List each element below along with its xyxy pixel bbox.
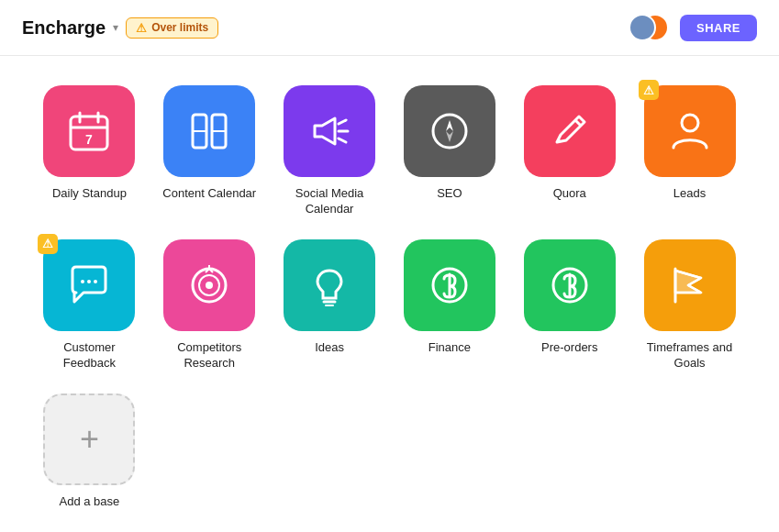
base-label-social-media-calendar: Social Media Calendar [277, 186, 383, 217]
base-label-leads: Leads [673, 186, 706, 202]
svg-point-18 [87, 280, 91, 283]
base-item-pre-orders[interactable]: Pre-orders [517, 239, 622, 371]
avatar-1 [629, 14, 656, 41]
base-icon-finance [404, 239, 495, 331]
base-label-seo: SEO [437, 186, 462, 202]
base-item-ideas[interactable]: Ideas [277, 239, 383, 371]
over-limits-label: Over limits [151, 21, 208, 34]
base-item-competitors-research[interactable]: Competitors Research [157, 239, 262, 371]
base-item-social-media-calendar[interactable]: Social Media Calendar [277, 85, 383, 217]
base-item-quora[interactable]: Quora [517, 85, 622, 217]
base-icon-quora [524, 85, 616, 177]
header-left: Encharge ▾ ⚠ Over limits [22, 17, 218, 39]
svg-text:7: 7 [86, 132, 94, 147]
add-base-item[interactable]: + Add a base [37, 393, 142, 510]
base-item-daily-standup[interactable]: 7 Daily Standup [37, 85, 142, 217]
svg-point-22 [206, 282, 213, 289]
base-label-timeframes-and-goals: Timeframes and Goals [637, 340, 742, 371]
dropdown-icon[interactable]: ▾ [113, 21, 118, 34]
base-item-timeframes-and-goals[interactable]: Timeframes and Goals [637, 239, 742, 371]
avatar-group [629, 13, 669, 42]
base-item-customer-feedback[interactable]: ⚠ Customer Feedback [37, 239, 142, 371]
svg-marker-13 [446, 120, 453, 131]
base-item-finance[interactable]: Finance [397, 239, 503, 371]
base-icon-customer-feedback: ⚠ [43, 239, 135, 331]
app-title: Encharge [22, 17, 106, 39]
alert-badge-leads: ⚠ [639, 80, 659, 100]
base-label-content-calendar: Content Calendar [162, 186, 256, 202]
base-icon-leads: ⚠ [644, 85, 736, 177]
svg-point-19 [94, 280, 97, 283]
base-icon-content-calendar [163, 85, 255, 177]
add-base-label: Add a base [60, 494, 120, 510]
base-icon-seo [404, 85, 495, 177]
header: Encharge ▾ ⚠ Over limits SHARE [0, 0, 779, 56]
base-icon-timeframes-and-goals [644, 239, 736, 331]
warning-icon: ⚠ [136, 21, 147, 35]
svg-line-11 [339, 139, 346, 142]
share-button[interactable]: SHARE [680, 15, 757, 41]
base-label-ideas: Ideas [315, 340, 344, 356]
base-label-competitors-research: Competitors Research [157, 340, 262, 371]
base-icon-pre-orders [524, 239, 616, 331]
svg-point-16 [682, 115, 698, 131]
base-item-seo[interactable]: SEO [397, 85, 503, 217]
base-icon-daily-standup: 7 [43, 85, 135, 177]
base-label-quora: Quora [553, 186, 586, 202]
svg-point-17 [81, 280, 84, 283]
alert-badge-customer-feedback: ⚠ [38, 234, 58, 254]
base-icon-ideas [284, 239, 375, 331]
bases-grid: 7 Daily Standup Content Calendar Social … [37, 85, 742, 509]
main-content: 7 Daily Standup Content Calendar Social … [0, 56, 779, 532]
over-limits-badge[interactable]: ⚠ Over limits [126, 17, 218, 39]
base-icon-social-media-calendar [284, 85, 375, 177]
svg-line-9 [339, 120, 346, 124]
base-label-finance: Finance [428, 340, 471, 356]
svg-marker-14 [446, 131, 453, 142]
svg-point-12 [433, 115, 466, 148]
plus-icon: + [80, 423, 99, 456]
base-label-customer-feedback: Customer Feedback [37, 340, 142, 371]
add-base-icon[interactable]: + [43, 393, 135, 485]
base-icon-competitors-research [163, 239, 255, 331]
svg-line-15 [575, 120, 581, 126]
base-label-daily-standup: Daily Standup [52, 186, 127, 202]
base-item-leads[interactable]: ⚠ Leads [637, 85, 742, 217]
base-item-content-calendar[interactable]: Content Calendar [157, 85, 262, 217]
base-label-pre-orders: Pre-orders [541, 340, 597, 356]
header-right: SHARE [629, 13, 757, 42]
